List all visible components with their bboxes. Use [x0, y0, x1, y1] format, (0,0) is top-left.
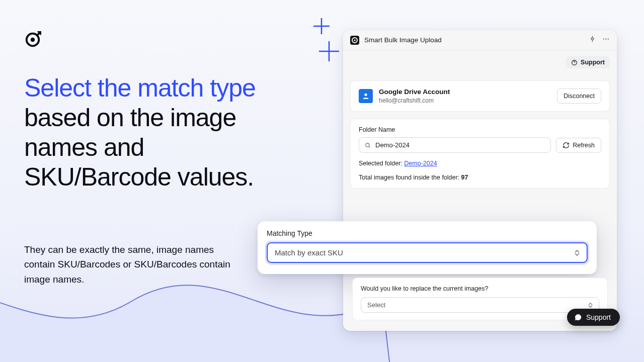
updown-chevron-icon	[588, 303, 593, 308]
app-title: Smart Bulk Image Upload	[364, 36, 584, 44]
matching-type-select[interactable]: Match by exact SKU	[267, 242, 588, 263]
replace-images-question: Would you like to replace the current im…	[361, 285, 599, 292]
titlebar: Smart Bulk Image Upload	[343, 30, 617, 50]
folder-search-input-wrap[interactable]	[359, 137, 551, 153]
app-mini-logo	[350, 36, 359, 45]
matching-type-value: Match by exact SKU	[275, 248, 343, 257]
plus-decoration-icon	[312, 17, 331, 35]
svg-line-14	[369, 146, 370, 148]
refresh-button[interactable]: Refresh	[556, 138, 601, 153]
heading-accent: Select the match type	[24, 74, 256, 102]
pin-icon[interactable]	[589, 35, 596, 45]
svg-point-7	[354, 39, 355, 41]
plus-decoration-icon	[318, 40, 340, 62]
folder-name-label: Folder Name	[359, 126, 601, 133]
app-logo	[24, 31, 41, 48]
marketing-subheading: They can be exactly the same, image name…	[24, 242, 235, 287]
floating-support-label: Support	[586, 313, 611, 321]
total-images-count: 97	[461, 174, 468, 181]
refresh-icon	[562, 142, 570, 149]
marketing-heading: Select the match type based on the image…	[24, 73, 286, 192]
svg-point-10	[608, 38, 609, 39]
svg-point-8	[603, 38, 604, 39]
total-images-prefix: Total images found inside the folder:	[359, 174, 461, 181]
disconnect-button-label: Disconnect	[564, 93, 595, 100]
more-icon[interactable]	[602, 35, 610, 45]
support-button-label: Support	[581, 59, 605, 66]
selected-folder-link[interactable]: Demo-2024	[404, 160, 437, 167]
svg-point-12	[364, 94, 367, 96]
svg-point-13	[366, 143, 369, 146]
selected-folder-prefix: Selected folder:	[359, 160, 404, 167]
google-account-avatar	[359, 89, 373, 103]
question-circle-icon	[571, 59, 578, 66]
replace-images-select[interactable]: Select	[361, 297, 599, 313]
matching-type-label: Matching Type	[267, 229, 588, 237]
search-icon	[364, 142, 371, 149]
svg-point-9	[605, 38, 606, 39]
disconnect-button[interactable]: Disconnect	[557, 88, 601, 104]
total-images-line: Total images found inside the folder: 97	[359, 174, 601, 181]
folder-search-input[interactable]	[375, 141, 545, 149]
selected-folder-line: Selected folder: Demo-2024	[359, 160, 601, 167]
updown-chevron-icon	[575, 250, 580, 256]
svg-point-5	[31, 38, 35, 42]
folder-card: Folder Name Refresh Selected folder: Dem…	[350, 119, 610, 189]
account-title: Google Drive Account	[379, 88, 557, 96]
chat-bubble-icon	[574, 313, 582, 321]
floating-support-button[interactable]: Support	[567, 309, 620, 326]
account-card: Google Drive Account hello@craftshift.co…	[350, 80, 610, 112]
refresh-button-label: Refresh	[573, 142, 595, 149]
support-button[interactable]: Support	[566, 56, 610, 68]
replace-images-placeholder: Select	[367, 301, 385, 309]
heading-rest: based on the image names and SKU/Barcode…	[24, 104, 254, 191]
account-email: hello@craftshift.com	[379, 97, 557, 104]
matching-type-callout: Matching Type Match by exact SKU	[258, 221, 597, 274]
